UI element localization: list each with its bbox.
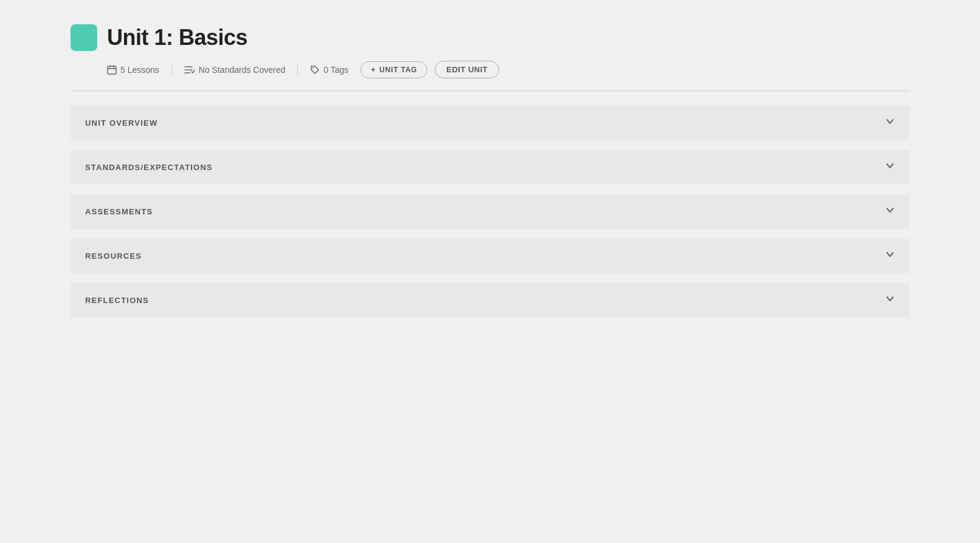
accordion-wrapper-resources: RESOURCES bbox=[71, 239, 909, 283]
tags-count: 0 Tags bbox=[323, 65, 348, 75]
svg-point-7 bbox=[312, 67, 314, 69]
unit-tag-label: UNIT TAG bbox=[379, 66, 417, 74]
accordion-header-assessments[interactable]: ASSESSMENTS bbox=[71, 194, 909, 229]
unit-tag-button[interactable]: + UNIT TAG bbox=[361, 61, 427, 78]
chevron-down-icon-standards-expectations bbox=[885, 161, 895, 174]
calendar-icon bbox=[107, 65, 117, 75]
accordion-title-resources: RESOURCES bbox=[85, 251, 142, 261]
edit-unit-button[interactable]: EDIT UNIT bbox=[435, 61, 499, 78]
chevron-down-icon-reflections bbox=[885, 294, 895, 307]
accordion-title-standards-expectations: STANDARDS/EXPECTATIONS bbox=[85, 163, 213, 172]
accordion-header-reflections[interactable]: REFLECTIONS bbox=[71, 283, 909, 318]
accordion-wrapper-unit-overview: UNIT OVERVIEW bbox=[71, 106, 909, 150]
header-divider bbox=[71, 90, 909, 91]
edit-unit-label: EDIT UNIT bbox=[446, 65, 488, 74]
standards-icon bbox=[184, 65, 195, 75]
page-container: Unit 1: Basics 5 Lessons bbox=[40, 0, 940, 352]
tag-icon bbox=[310, 65, 320, 75]
accordion-header-unit-overview[interactable]: UNIT OVERVIEW bbox=[71, 106, 909, 140]
accordion-section-reflections: REFLECTIONS bbox=[71, 283, 909, 318]
standards-text: No Standards Covered bbox=[199, 65, 285, 75]
accordion-title-unit-overview: UNIT OVERVIEW bbox=[85, 118, 157, 128]
chevron-down-icon-resources bbox=[885, 250, 895, 262]
accordion-gap-unit-overview bbox=[71, 145, 909, 150]
unit-header: Unit 1: Basics bbox=[71, 24, 909, 51]
unit-title: Unit 1: Basics bbox=[107, 25, 247, 50]
unit-meta: 5 Lessons No Standards Covered bbox=[107, 61, 909, 78]
meta-divider-1 bbox=[171, 64, 172, 75]
accordion-header-resources[interactable]: RESOURCES bbox=[71, 239, 909, 273]
accordion-section-assessments: ASSESSMENTS bbox=[71, 194, 909, 229]
tags-meta: 0 Tags bbox=[310, 65, 361, 75]
accordion-gap-assessments bbox=[71, 234, 909, 239]
plus-icon: + bbox=[371, 66, 376, 74]
accordion-section-resources: RESOURCES bbox=[71, 239, 909, 273]
standards-meta: No Standards Covered bbox=[184, 65, 297, 75]
accordion-container: UNIT OVERVIEWSTANDARDS/EXPECTATIONSASSES… bbox=[71, 106, 909, 327]
lessons-count: 5 Lessons bbox=[120, 65, 159, 75]
lessons-meta: 5 Lessons bbox=[107, 65, 171, 75]
accordion-title-assessments: ASSESSMENTS bbox=[85, 207, 153, 216]
accordion-section-unit-overview: UNIT OVERVIEW bbox=[71, 106, 909, 140]
accordion-header-standards-expectations[interactable]: STANDARDS/EXPECTATIONS bbox=[71, 150, 909, 185]
accordion-wrapper-assessments: ASSESSMENTS bbox=[71, 194, 909, 239]
accordion-title-reflections: REFLECTIONS bbox=[85, 296, 149, 305]
svg-rect-0 bbox=[108, 66, 116, 74]
accordion-gap-reflections bbox=[71, 323, 909, 327]
unit-color-badge bbox=[71, 24, 97, 51]
meta-divider-2 bbox=[297, 64, 298, 75]
chevron-down-icon-unit-overview bbox=[885, 117, 895, 129]
accordion-wrapper-reflections: REFLECTIONS bbox=[71, 283, 909, 327]
accordion-section-standards-expectations: STANDARDS/EXPECTATIONS bbox=[71, 150, 909, 185]
accordion-gap-resources bbox=[71, 278, 909, 283]
accordion-wrapper-standards-expectations: STANDARDS/EXPECTATIONS bbox=[71, 150, 909, 194]
accordion-gap-standards-expectations bbox=[71, 190, 909, 194]
chevron-down-icon-assessments bbox=[885, 205, 895, 218]
